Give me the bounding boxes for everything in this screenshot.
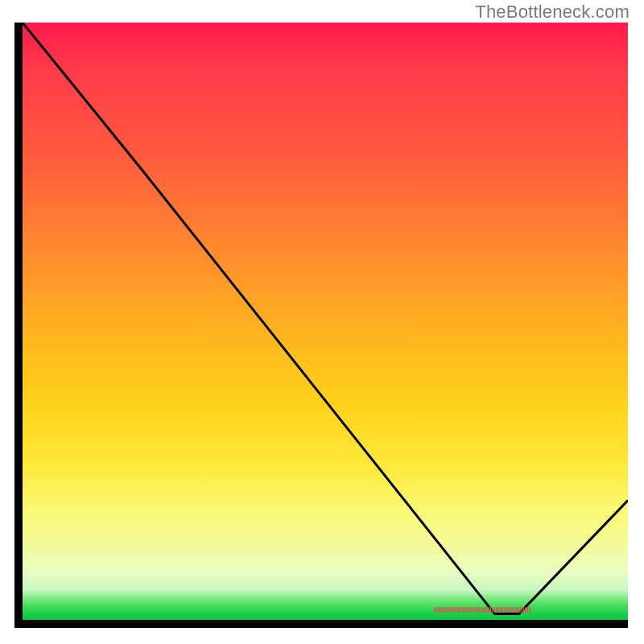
watermark-text: TheBottleneck.com [475,2,630,23]
chart-container: TheBottleneck.com [0,0,644,644]
y-axis [14,23,23,628]
x-axis [14,620,628,628]
curve-overlay [23,23,628,620]
bottleneck-curve [23,23,628,614]
plot-frame [14,23,628,628]
